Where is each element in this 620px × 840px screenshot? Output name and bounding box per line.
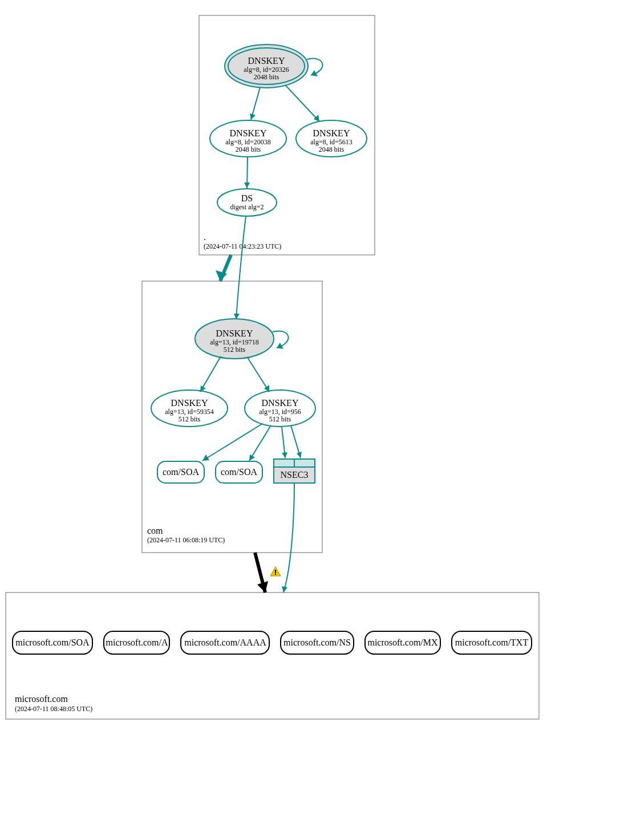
svg-text:microsoft.com/MX: microsoft.com/MX: [367, 638, 438, 647]
node-root-ds: DS digest alg=2: [217, 189, 277, 216]
node-root-ksk: DNSKEY alg=8, id=20326 2048 bits: [225, 44, 308, 88]
node-ms-aaaa: microsoft.com/AAAA: [181, 631, 269, 654]
zone-label-ms: microsoft.com: [15, 694, 68, 704]
svg-text:2048 bits: 2048 bits: [236, 145, 261, 153]
node-ms-a: microsoft.com/A: [104, 631, 169, 654]
svg-text:2048 bits: 2048 bits: [319, 145, 345, 153]
svg-text:com/SOA: com/SOA: [163, 467, 199, 477]
node-ms-txt: microsoft.com/TXT: [452, 631, 532, 654]
svg-text:alg=13, id=59354: alg=13, id=59354: [165, 408, 214, 416]
svg-text:DNSKEY: DNSKEY: [216, 328, 253, 338]
svg-marker-36: [264, 385, 269, 392]
edge-comksk-zsk2: [248, 358, 269, 392]
svg-text:2048 bits: 2048 bits: [254, 73, 279, 81]
edge-zsk2-soa2: [249, 425, 271, 461]
svg-text:DNSKEY: DNSKEY: [313, 128, 350, 138]
svg-text:digest alg=2: digest alg=2: [230, 203, 264, 211]
svg-text:DNSKEY: DNSKEY: [262, 398, 299, 408]
svg-text:512 bits: 512 bits: [269, 415, 291, 423]
svg-text:microsoft.com/NS: microsoft.com/NS: [283, 638, 351, 647]
node-root-zsk2: DNSKEY alg=8, id=5613 2048 bits: [296, 120, 367, 157]
svg-marker-19: [244, 182, 250, 188]
zone-label-com: com: [147, 526, 163, 535]
svg-text:alg=8, id=20326: alg=8, id=20326: [244, 66, 289, 74]
node-com-nsec3: NSEC3: [274, 459, 315, 483]
zone-box-ms: [6, 593, 539, 719]
edge-nsec3-ms: [283, 483, 294, 593]
node-com-ksk: DNSKEY alg=13, id=19718 512 bits: [195, 319, 274, 359]
node-com-soa-1: com/SOA: [157, 461, 204, 483]
svg-text:alg=13, id=19718: alg=13, id=19718: [210, 338, 259, 346]
svg-text:alg=8, id=5613: alg=8, id=5613: [310, 138, 352, 146]
node-ms-mx: microsoft.com/MX: [365, 631, 440, 654]
node-root-zsk1: DNSKEY alg=8, id=20038 2048 bits: [210, 120, 286, 157]
node-com-soa-2: com/SOA: [216, 461, 262, 483]
svg-text:alg=13, id=956: alg=13, id=956: [259, 408, 301, 416]
svg-text:microsoft.com/TXT: microsoft.com/TXT: [455, 638, 529, 647]
svg-text:DS: DS: [241, 193, 253, 203]
zone-label-root: .: [204, 232, 206, 242]
svg-rect-51: [275, 570, 276, 573]
zone-timestamp-com: (2024-07-11 06:08:19 UTC): [147, 536, 225, 544]
svg-text:microsoft.com/SOA: microsoft.com/SOA: [15, 638, 90, 647]
svg-text:NSEC3: NSEC3: [281, 470, 309, 480]
svg-text:microsoft.com/A: microsoft.com/A: [106, 638, 168, 647]
node-com-zsk1: DNSKEY alg=13, id=59354 512 bits: [151, 390, 228, 427]
svg-text:DNSKEY: DNSKEY: [230, 128, 267, 138]
svg-text:alg=8, id=20038: alg=8, id=20038: [225, 138, 271, 146]
zone-timestamp-ms: (2024-07-11 08:48:05 UTC): [15, 705, 92, 713]
svg-text:DNSKEY: DNSKEY: [171, 398, 208, 408]
node-ms-soa: microsoft.com/SOA: [13, 631, 92, 654]
warning-icon: [270, 567, 281, 576]
node-com-zsk2: DNSKEY alg=13, id=956 512 bits: [245, 390, 315, 427]
edge-zsk2-soa1: [202, 424, 262, 461]
svg-text:DNSKEY: DNSKEY: [248, 56, 285, 66]
dnssec-diagram: . (2024-07-11 04:23:23 UTC) DNSKEY alg=8…: [0, 0, 620, 840]
node-ms-ns: microsoft.com/NS: [281, 631, 354, 654]
svg-rect-52: [275, 574, 276, 575]
svg-text:microsoft.com/AAAA: microsoft.com/AAAA: [184, 638, 266, 647]
svg-marker-47: [282, 452, 287, 458]
edge-ds-comksk: [236, 217, 246, 319]
edge-rootksk-zsk2: [285, 85, 319, 121]
svg-marker-53: [282, 586, 287, 593]
edge-comksk-zsk1: [200, 356, 221, 392]
svg-text:512 bits: 512 bits: [179, 415, 201, 423]
svg-text:512 bits: 512 bits: [224, 346, 246, 354]
svg-marker-48: [297, 452, 302, 458]
svg-text:com/SOA: com/SOA: [221, 467, 257, 477]
